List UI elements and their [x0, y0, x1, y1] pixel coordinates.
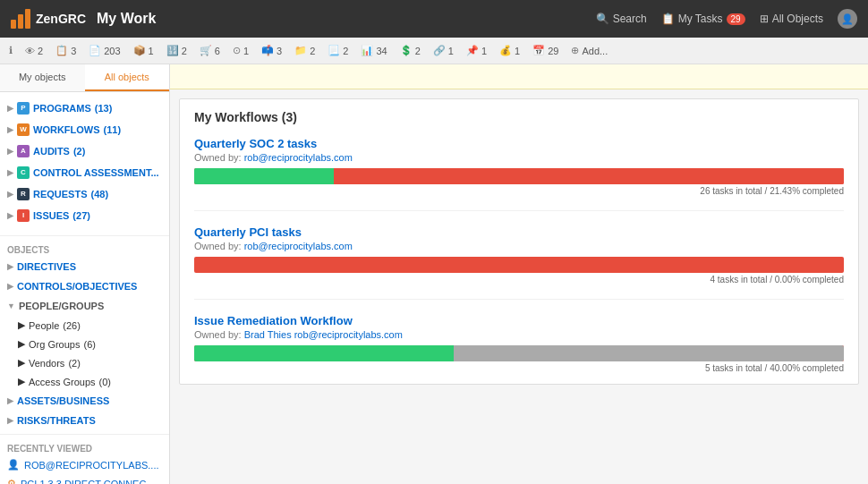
- requests-icon: R: [17, 188, 30, 200]
- sidebar-item-risks[interactable]: ▶ RISKS/THREATS: [0, 411, 169, 430]
- box-icon: 📦: [133, 45, 146, 56]
- arrow-icon: ▶: [18, 357, 25, 369]
- search-button[interactable]: 🔍 Search: [596, 13, 647, 25]
- money-icon: 💰: [499, 45, 512, 56]
- infobar-1c[interactable]: 🔗 1: [433, 45, 454, 56]
- arrow-icon: ▶: [7, 416, 13, 425]
- progress-bar: [194, 168, 844, 184]
- sidebar-item-directives[interactable]: ▶ DIRECTIVES: [0, 257, 169, 276]
- objects-section-label: OBJECTS: [0, 240, 169, 257]
- infobar-add[interactable]: ⊕ Add...: [571, 45, 608, 56]
- owner-link[interactable]: rob@reciprocitylabs.com: [244, 152, 353, 163]
- recently-viewed-label: RECENTLY VIEWED: [0, 438, 169, 455]
- infobar-2d[interactable]: 💲 2: [400, 45, 421, 56]
- control-label: CONTROL ASSESSMENT...: [33, 167, 159, 178]
- user-avatar[interactable]: 👤: [838, 9, 857, 29]
- programs-count: (13): [95, 103, 113, 114]
- infobar-1d[interactable]: 📌 1: [466, 45, 487, 56]
- orggroups-count: (6): [83, 339, 95, 350]
- arrow-icon: ▶: [18, 338, 25, 350]
- requests-label: REQUESTS: [33, 189, 88, 200]
- infobar-info[interactable]: ℹ: [9, 45, 13, 56]
- doc-count: 203: [104, 46, 120, 56]
- sidebar-item-programs[interactable]: ▶ P PROGRAMS (13): [0, 98, 169, 119]
- sidebar-item-vendors[interactable]: ▶ Vendors (2): [0, 353, 169, 372]
- audits-label: AUDITS: [33, 146, 70, 157]
- infobar-1a[interactable]: 📦 1: [133, 45, 154, 56]
- eye-count: 2: [38, 46, 43, 56]
- progress-container: 26 tasks in total / 21.43% completed: [194, 168, 844, 196]
- mail-count: 3: [277, 46, 282, 56]
- logo: ZenGRC: [11, 9, 86, 29]
- infobar-2b[interactable]: 📁 2: [294, 45, 315, 56]
- sidebar-item-accessgroups[interactable]: ▶ Access Groups (0): [0, 372, 169, 391]
- arrow-icon: ▶: [7, 282, 13, 291]
- owner-link[interactable]: rob@reciprocitylabs.com: [244, 241, 353, 251]
- arrow-icon: ▶: [18, 376, 25, 387]
- infobar-1b[interactable]: ⊙ 1: [233, 45, 249, 56]
- arrow-icon: ▶: [7, 396, 13, 405]
- assets-label: ASSETS/BUSINESS: [17, 395, 109, 406]
- box-count: 1: [149, 46, 154, 56]
- requests-count: (48): [91, 189, 109, 200]
- infobar-eye[interactable]: 👁 2: [25, 46, 43, 56]
- sidebar-item-peoplegroups[interactable]: ▼ PEOPLE/GROUPS: [0, 296, 169, 316]
- allobjects-button[interactable]: ⊞ All Objects: [760, 13, 823, 25]
- control-icon: C: [17, 166, 30, 179]
- workflow-item: Issue Remediation Workflow Owned by: Bra…: [194, 314, 844, 373]
- arrow-down-icon: ▼: [7, 301, 15, 310]
- sidebar-item-issues[interactable]: ▶ I ISSUES (27): [0, 205, 169, 226]
- sidebar-item-assets[interactable]: ▶ ASSETS/BUSINESS: [0, 391, 169, 411]
- dollar-count: 2: [415, 46, 421, 56]
- arrow-icon: ▶: [7, 211, 13, 220]
- sidebar-item-audits[interactable]: ▶ A AUDITS (2): [0, 140, 169, 162]
- circle-icon: ⊙: [233, 45, 241, 56]
- infobar-6[interactable]: 🛒 6: [200, 45, 220, 56]
- workflow-name[interactable]: Issue Remediation Workflow: [194, 314, 844, 327]
- tab-allobjects[interactable]: All objects: [85, 64, 170, 91]
- chart-icon: 📊: [361, 45, 373, 56]
- progress-container: 5 tasks in total / 40.00% completed: [194, 345, 844, 373]
- recent-item-1[interactable]: ⚙ PCI 1.3.3 DIRECT CONNEC...: [0, 474, 169, 484]
- eye-icon: 👁: [25, 46, 35, 56]
- sidebar-item-workflows[interactable]: ▶ W WORKFLOWS (11): [0, 119, 169, 140]
- info-icon: ℹ: [9, 45, 13, 56]
- sidebar-item-requests[interactable]: ▶ R REQUESTS (48): [0, 183, 169, 205]
- workflow-name[interactable]: Quarterly PCI tasks: [194, 225, 844, 239]
- infobar-2c[interactable]: 📃 2: [328, 45, 348, 56]
- workflow-icon: ⚙: [7, 478, 16, 484]
- infobar-2a[interactable]: 🔢 2: [166, 45, 187, 56]
- workflow-name[interactable]: Quarterly SOC 2 tasks: [194, 137, 844, 150]
- cart-icon: 🛒: [200, 45, 212, 56]
- mytasks-button[interactable]: 📋 My Tasks 29: [661, 13, 745, 25]
- num-icon: 🔢: [166, 45, 179, 56]
- owner-link[interactable]: Brad Thies rob@reciprocitylabs.com: [244, 329, 403, 340]
- programs-icon: P: [17, 102, 30, 115]
- infobar-203[interactable]: 📄 203: [89, 45, 120, 56]
- sidebar-item-people[interactable]: ▶ People (26): [0, 316, 169, 335]
- infobar-3b[interactable]: 📫 3: [261, 45, 282, 56]
- issues-icon: I: [17, 209, 30, 222]
- arrow-icon: ▶: [7, 104, 13, 113]
- progress-gray: [454, 345, 844, 361]
- accessgroups-label: Access Groups: [29, 377, 96, 387]
- infobar-1e[interactable]: 💰 1: [499, 45, 520, 56]
- person-icon: 👤: [7, 459, 20, 471]
- infobar-29[interactable]: 📅 29: [532, 45, 558, 56]
- vendors-count: (2): [68, 358, 80, 369]
- sidebar-item-control[interactable]: ▶ C CONTROL ASSESSMENT...: [0, 162, 169, 183]
- tab-myobjects[interactable]: My objects: [0, 64, 85, 91]
- search-icon: 🔍: [596, 13, 609, 25]
- recent-item-0[interactable]: 👤 ROB@RECIPROCITYLABS....: [0, 455, 169, 474]
- infobar-3[interactable]: 📋 3: [55, 45, 76, 56]
- logo-bar-3: [25, 9, 30, 29]
- sidebar-tabs: My objects All objects: [0, 64, 169, 92]
- sidebar-item-controls[interactable]: ▶ CONTROLS/OBJECTIVES: [0, 276, 169, 296]
- sidebar-item-orggroups[interactable]: ▶ Org Groups (6): [0, 335, 169, 353]
- logo-bar-1: [11, 20, 16, 29]
- arrow-icon: ▶: [7, 147, 13, 156]
- cal-count: 29: [548, 46, 558, 56]
- workflows-count: (11): [104, 124, 122, 135]
- infobar-34[interactable]: 📊 34: [361, 45, 387, 56]
- orggroups-label: Org Groups: [29, 339, 80, 350]
